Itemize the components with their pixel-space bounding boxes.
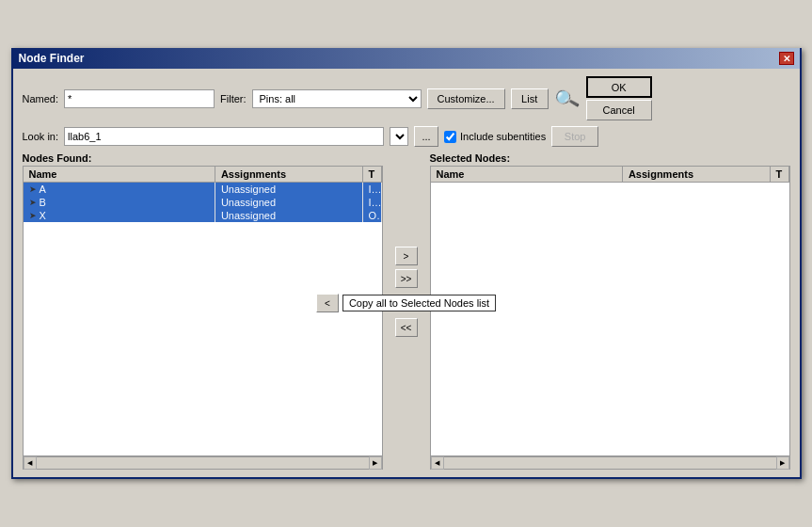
magnifier-icon: 🔍 — [552, 85, 581, 113]
copy-all-tooltip: Copy all to Selected Nodes list — [342, 295, 496, 311]
filter-select[interactable]: Pins: all Pins: input Pins: output Regis… — [252, 89, 422, 108]
close-button[interactable]: ✕ — [779, 52, 794, 65]
col-name-right: Name — [431, 167, 623, 182]
row-assign: Unassigned — [215, 196, 363, 209]
move-left-button[interactable]: < — [316, 294, 339, 312]
selected-nodes-header: Name Assignments T — [431, 167, 789, 183]
nodes-found-body[interactable]: ➤ A Unassigned In ➤ B Unassigned — [24, 183, 382, 455]
node-icon: ➤ — [29, 198, 37, 207]
left-scrollbar[interactable]: ◀ ▶ — [23, 456, 383, 470]
scroll-left-btn-right[interactable]: ◀ — [431, 456, 444, 470]
table-row[interactable]: ➤ X Unassigned O — [24, 209, 382, 222]
move-right-button[interactable]: > — [395, 247, 418, 265]
row-type: In — [363, 196, 382, 209]
customize-button[interactable]: Customize... — [427, 88, 505, 109]
row-assign: Unassigned — [215, 209, 363, 222]
right-scrollbar[interactable]: ◀ ▶ — [430, 456, 790, 470]
move-all-right-button[interactable]: >> — [395, 269, 418, 288]
col-assign-left: Assignments — [215, 167, 363, 182]
transfer-buttons: > >> < Copy all to Selected Nodes list <… — [383, 152, 430, 470]
scroll-track-right — [444, 458, 776, 468]
search-icon-area: 🔍 — [554, 86, 581, 112]
row-name: ➤ A — [24, 183, 215, 196]
include-subentities-checkbox[interactable] — [444, 131, 456, 143]
copy-all-row: < Copy all to Selected Nodes list — [316, 294, 496, 312]
named-input[interactable] — [64, 89, 215, 108]
col-name-left: Name — [24, 167, 215, 182]
filter-label: Filter: — [220, 93, 247, 104]
lookin-label: Look in: — [23, 131, 59, 142]
include-subentities-label: Include subentities — [460, 131, 546, 142]
scroll-left-btn[interactable]: ◀ — [24, 456, 37, 470]
ok-button[interactable]: OK — [586, 76, 652, 98]
scroll-track-left — [37, 458, 369, 468]
row-name: ➤ X — [24, 209, 215, 222]
node-finder-dialog: Node Finder ✕ Named: Filter: Pins: all P… — [11, 48, 802, 479]
lookin-input[interactable] — [64, 127, 384, 146]
selected-nodes-body[interactable] — [431, 183, 789, 455]
lookin-dropdown[interactable] — [390, 127, 408, 146]
table-row[interactable]: ➤ B Unassigned In — [24, 196, 382, 209]
table-row[interactable]: ➤ A Unassigned In — [24, 183, 382, 196]
row-name: ➤ B — [24, 196, 215, 209]
scroll-right-btn[interactable]: ▶ — [369, 456, 382, 470]
node-icon: ➤ — [29, 184, 37, 194]
list-button[interactable]: List — [511, 88, 549, 109]
scroll-right-btn-right[interactable]: ▶ — [776, 456, 789, 470]
row-type: In — [363, 183, 382, 196]
col-assign-right: Assignments — [623, 167, 771, 182]
selected-nodes-title: Selected Nodes: — [430, 152, 790, 164]
row-assign: Unassigned — [215, 183, 363, 196]
move-all-left-button[interactable]: << — [395, 318, 418, 337]
stop-button[interactable]: Stop — [551, 126, 598, 147]
node-icon: ➤ — [29, 211, 37, 220]
col-t-left: T — [363, 167, 382, 182]
nodes-found-title: Nodes Found: — [23, 152, 383, 164]
dialog-title: Node Finder — [19, 52, 85, 65]
nodes-found-header: Name Assignments T — [24, 167, 382, 183]
title-bar: Node Finder ✕ — [13, 48, 800, 69]
cancel-button[interactable]: Cancel — [586, 100, 652, 120]
row-type: O — [363, 209, 382, 222]
col-t-right: T — [771, 167, 789, 182]
named-label: Named: — [23, 93, 59, 104]
browse-button[interactable]: ... — [414, 126, 438, 147]
